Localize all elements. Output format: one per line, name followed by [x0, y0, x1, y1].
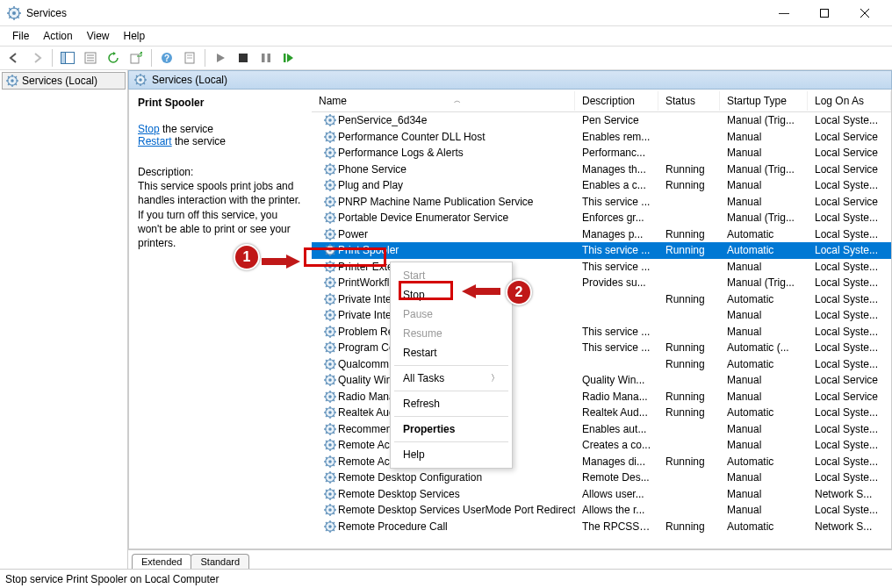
tab-standard[interactable]: Standard	[191, 554, 249, 569]
details-description: Description: This service spools print j…	[138, 165, 303, 250]
cell-startup: Automatic (...	[720, 341, 808, 354]
back-button[interactable]	[4, 47, 25, 68]
gear-icon	[324, 520, 336, 533]
cell-logon: Local Syste...	[808, 276, 891, 289]
cell-name: Remote Desktop Services UserMode Port Re…	[338, 504, 575, 516]
tab-extended[interactable]: Extended	[132, 554, 191, 569]
cell-startup: Automatic	[720, 244, 808, 256]
cell-logon: Local Service	[808, 147, 891, 159]
table-row[interactable]: Remote Desktop Services UserMode Port Re…	[312, 502, 891, 519]
toolbar: ?	[0, 46, 892, 70]
menu-view[interactable]: View	[80, 28, 117, 44]
table-row[interactable]: Remote Desktop ConfigurationRemote Des..…	[312, 470, 891, 486]
table-row[interactable]: Plug and PlayEnables a c...RunningManual…	[312, 177, 891, 194]
gear-icon	[324, 423, 336, 435]
panel-header: Services (Local)	[128, 70, 892, 90]
col-status[interactable]: Status	[658, 91, 720, 111]
table-row[interactable]: Portable Device Enumerator ServiceEnforc…	[312, 210, 891, 226]
col-logon[interactable]: Log On As	[808, 91, 891, 111]
gear-icon	[324, 131, 336, 143]
cell-status: Running	[658, 244, 720, 256]
cell-name: Performance Counter DLL Host	[338, 131, 486, 143]
cell-status: Running	[658, 391, 720, 403]
refresh-button[interactable]	[103, 47, 124, 68]
table-row[interactable]: PenService_6d34ePen ServiceManual (Trig.…	[312, 112, 891, 129]
export-button[interactable]	[126, 47, 147, 68]
table-row[interactable]: PNRP Machine Name Publication ServiceThi…	[312, 194, 891, 211]
show-hide-button[interactable]	[57, 47, 78, 68]
ctx-alltasks[interactable]: All Tasks〉	[391, 369, 512, 388]
svg-rect-14	[61, 53, 66, 64]
ctx-refresh[interactable]: Refresh	[391, 394, 512, 413]
close-button[interactable]	[845, 0, 885, 26]
status-text: Stop service Print Spooler on Local Comp…	[5, 573, 219, 585]
cell-logon: Local Syste...	[808, 326, 891, 338]
cell-logon: Local Syste...	[808, 179, 891, 191]
tree-panel: Services (Local)	[0, 70, 128, 569]
stop-svc-button[interactable]	[233, 47, 254, 68]
cell-startup: Manual	[720, 326, 808, 338]
stop-link[interactable]: Stop	[138, 123, 160, 135]
cell-description: Performanc...	[575, 147, 658, 159]
ctx-properties[interactable]: Properties	[391, 419, 512, 439]
gear-icon	[324, 374, 336, 386]
menu-action[interactable]: Action	[36, 28, 79, 44]
table-row[interactable]: Remote Desktop ServicesAllows user...Man…	[312, 486, 891, 503]
table-row[interactable]: PowerManages p...RunningAutomaticLocal S…	[312, 226, 891, 243]
maximize-button[interactable]	[804, 0, 845, 26]
table-row[interactable]: Performance Counter DLL HostEnables rem.…	[312, 129, 891, 146]
restart-svc-button[interactable]	[278, 47, 299, 68]
gear-icon	[324, 455, 336, 468]
ctx-separator	[394, 391, 508, 391]
pause-svc-button[interactable]	[255, 47, 277, 68]
table-row[interactable]: Performance Logs & AlertsPerformanc...Ma…	[312, 145, 891, 161]
cell-name: Print Spooler	[338, 244, 399, 256]
toolbar-separator	[205, 49, 205, 67]
cell-startup: Automatic	[720, 406, 808, 419]
desc-text: This service spools print jobs and handl…	[138, 179, 303, 250]
cell-status: Running	[658, 406, 720, 419]
toolbar-separator	[151, 49, 152, 67]
help2-button[interactable]	[179, 47, 200, 68]
titlebar: Services —	[0, 0, 892, 26]
properties-button[interactable]	[80, 47, 101, 68]
cell-logon: Local Service	[808, 391, 891, 403]
cell-logon: Local Syste...	[808, 212, 891, 224]
ctx-help[interactable]: Help	[391, 445, 512, 464]
menu-file[interactable]: File	[5, 28, 36, 44]
start-svc-button[interactable]	[210, 47, 231, 68]
help-button[interactable]: ?	[156, 47, 177, 68]
restart-link[interactable]: Restart	[138, 135, 172, 147]
table-row[interactable]: Print SpoolerThis service ...RunningAuto…	[312, 242, 891, 259]
close-icon	[860, 9, 869, 18]
forward-button[interactable]	[26, 47, 47, 68]
gear-icon	[324, 471, 336, 484]
cell-logon: Local Syste...	[808, 293, 891, 305]
col-name[interactable]: Name︿	[312, 91, 575, 111]
col-startup[interactable]: Startup Type	[720, 91, 808, 111]
cell-description: Creates a co...	[575, 439, 658, 451]
ctx-restart[interactable]: Restart	[391, 343, 512, 362]
cell-name: Remote Desktop Services	[338, 488, 460, 500]
table-row[interactable]: Remote Procedure CallThe RPCSS s...Runni…	[312, 519, 891, 535]
cell-logon: Local Syste...	[808, 228, 891, 240]
cell-startup: Manual	[720, 504, 808, 516]
menu-help[interactable]: Help	[117, 28, 153, 44]
col-description[interactable]: Description	[575, 91, 658, 111]
tree-root-item[interactable]: Services (Local)	[2, 72, 126, 90]
cell-name: Recommend	[338, 423, 398, 435]
gear-icon	[324, 406, 336, 419]
gear-icon	[324, 163, 336, 176]
ctx-resume: Resume	[391, 324, 512, 343]
properties-icon	[84, 52, 97, 64]
gear-icon	[324, 276, 336, 289]
desc-label: Description:	[138, 165, 303, 179]
context-menu: Start Stop Pause Resume Restart All Task…	[390, 262, 513, 469]
cell-logon: Local Syste...	[808, 358, 891, 370]
ctx-stop[interactable]: Stop	[391, 285, 512, 305]
cell-startup: Manual	[720, 309, 808, 321]
cell-description: This service ...	[575, 341, 658, 354]
minimize-button[interactable]: —	[764, 0, 804, 26]
cell-description: This service ...	[575, 261, 658, 273]
table-row[interactable]: Phone ServiceManages th...RunningManual …	[312, 161, 891, 178]
